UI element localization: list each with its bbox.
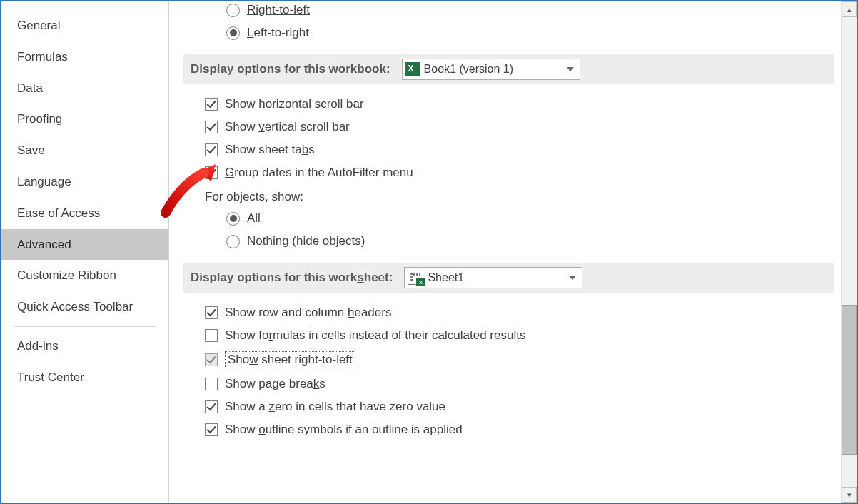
vertical-scrollbar[interactable]: ▴ ▾ — [841, 1, 857, 503]
sidebar-item-quick-access[interactable]: Quick Access Toolbar — [1, 291, 168, 323]
label-horizontal-scroll: Show horizontal scroll bar — [225, 97, 364, 111]
label-vertical-scroll: Show vertical scroll bar — [225, 120, 350, 134]
scroll-thumb[interactable] — [842, 305, 857, 455]
label-for-objects: For objects, show: — [183, 184, 834, 207]
checkbox-zero-values[interactable] — [205, 400, 218, 413]
label-sheet-tabs: Show sheet tabs — [225, 143, 315, 157]
worksheet-dropdown[interactable]: x Sheet1 — [404, 267, 582, 288]
checkbox-sheet-rtl[interactable] — [205, 353, 218, 366]
label-left-to-right: Left-to-right — [247, 26, 309, 40]
workbook-dropdown-value: Book1 (version 1) — [424, 63, 562, 76]
worksheet-dropdown-value: Sheet1 — [428, 271, 565, 284]
checkbox-outline-symbols[interactable] — [205, 423, 218, 436]
section-workbook-display: Display options for this workbook: Book1… — [183, 54, 834, 84]
label-show-formulas: Show formulas in cells instead of their … — [225, 328, 525, 343]
label-sheet-rtl: Show sheet right-to-left — [225, 351, 355, 368]
checkbox-show-formulas[interactable] — [205, 329, 218, 342]
radio-right-to-left[interactable] — [226, 4, 240, 17]
sidebar-item-general[interactable]: General — [1, 10, 168, 41]
label-outline-symbols: Show outline symbols if an outline is ap… — [225, 423, 463, 437]
sidebar-item-customize-ribbon[interactable]: Customize Ribbon — [1, 260, 168, 291]
section-title-worksheet: Display options for this worksheet: — [191, 271, 393, 285]
options-main-panel: Right-to-left Left-to-right Display opti… — [169, 1, 857, 503]
label-zero-values: Show a zero in cells that have zero valu… — [225, 400, 445, 414]
checkbox-sheet-tabs[interactable] — [205, 143, 218, 156]
label-page-breaks: Show page breaks — [225, 377, 325, 391]
chevron-down-icon — [569, 276, 576, 280]
sidebar-item-add-ins[interactable]: Add-ins — [1, 331, 168, 362]
sidebar-item-advanced[interactable]: Advanced — [1, 229, 168, 261]
chevron-down-icon — [567, 67, 574, 71]
radio-left-to-right[interactable] — [226, 26, 240, 40]
sidebar-divider — [14, 326, 156, 327]
sidebar-item-save[interactable]: Save — [1, 135, 168, 166]
sidebar-item-proofing[interactable]: Proofing — [1, 104, 168, 135]
checkbox-vertical-scroll[interactable] — [205, 121, 218, 133]
options-sidebar: General Formulas Data Proofing Save Lang… — [1, 1, 169, 503]
sidebar-item-language[interactable]: Language — [1, 166, 168, 198]
scroll-down-button[interactable]: ▾ — [842, 487, 857, 503]
sidebar-item-ease-of-access[interactable]: Ease of Access — [1, 198, 168, 229]
sidebar-item-trust-center[interactable]: Trust Center — [1, 362, 168, 393]
radio-objects-nothing[interactable] — [226, 235, 240, 248]
section-worksheet-display: Display options for this worksheet: x Sh… — [183, 263, 834, 293]
checkbox-page-breaks[interactable] — [205, 378, 218, 390]
excel-icon — [405, 62, 420, 76]
checkbox-group-dates[interactable] — [205, 166, 218, 179]
radio-objects-all[interactable] — [226, 212, 240, 226]
scroll-up-button[interactable]: ▴ — [842, 1, 857, 17]
checkbox-horizontal-scroll[interactable] — [205, 98, 218, 111]
label-objects-nothing: Nothing (hide objects) — [247, 234, 365, 248]
label-group-dates: Group dates in the AutoFilter menu — [225, 166, 413, 180]
label-objects-all: All — [247, 211, 261, 226]
sidebar-item-data[interactable]: Data — [1, 73, 168, 104]
label-right-to-left: Right-to-left — [247, 3, 310, 17]
sheet-icon: x — [408, 271, 423, 285]
workbook-dropdown[interactable]: Book1 (version 1) — [402, 59, 580, 80]
section-title-workbook: Display options for this workbook: — [191, 62, 390, 76]
checkbox-row-col-headers[interactable] — [205, 306, 218, 319]
sidebar-item-formulas[interactable]: Formulas — [1, 41, 168, 73]
label-row-col-headers: Show row and column headers — [225, 306, 391, 320]
